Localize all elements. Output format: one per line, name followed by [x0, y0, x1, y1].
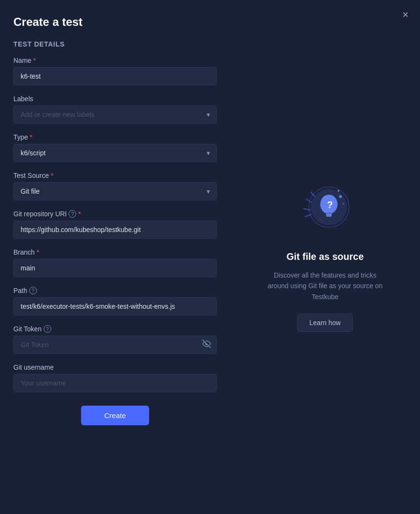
type-form-group: Type * k6/script ▾ — [13, 133, 217, 162]
svg-rect-8 — [326, 212, 332, 216]
name-label: Name * — [13, 57, 217, 64]
illustration-title: Git file as source — [286, 251, 363, 262]
form-footer: Create — [13, 406, 217, 425]
modal-overlay: Create a test Test details Name * Labels… — [0, 0, 420, 514]
branch-input[interactable] — [13, 259, 217, 277]
name-required-star: * — [33, 57, 35, 64]
labels-form-group: Labels Add or create new labels ▾ — [13, 95, 217, 124]
labels-select[interactable]: Add or create new labels — [13, 105, 217, 124]
illustration-description: Discover all the features and tricks aro… — [263, 270, 387, 302]
branch-form-group: Branch * — [13, 248, 217, 277]
create-button[interactable]: Create — [81, 406, 149, 425]
illustration-area: ? Git file as source Discover all the fe… — [263, 182, 387, 332]
modal: Create a test Test details Name * Labels… — [0, 0, 420, 514]
git-token-input-wrapper — [13, 336, 217, 354]
git-token-eye-icon[interactable] — [202, 339, 211, 350]
svg-point-13 — [342, 203, 344, 205]
git-token-form-group: Git Token ? — [13, 325, 217, 354]
svg-text:?: ? — [327, 199, 333, 210]
labels-label: Labels — [13, 95, 217, 103]
modal-left-panel: Create a test Test details Name * Labels… — [0, 0, 230, 514]
path-input[interactable] — [13, 297, 217, 315]
git-token-help-icon[interactable]: ? — [44, 325, 51, 333]
git-token-label: Git Token ? — [13, 325, 217, 333]
git-repo-uri-input[interactable] — [13, 221, 217, 239]
type-select-wrapper: k6/script ▾ — [13, 144, 217, 162]
branch-required-star: * — [36, 248, 39, 256]
test-source-select-wrapper: Git file ▾ — [13, 182, 217, 200]
section-title-test-details: Test details — [13, 40, 217, 48]
modal-title: Create a test — [13, 15, 217, 29]
test-source-select[interactable]: Git file — [13, 182, 217, 200]
svg-point-14 — [338, 190, 339, 192]
path-label: Path ? — [13, 287, 217, 294]
git-repo-uri-form-group: Git repository URI ? * — [13, 210, 217, 239]
test-source-required-star: * — [51, 172, 53, 179]
svg-point-12 — [339, 195, 342, 198]
learn-how-button[interactable]: Learn how — [297, 314, 352, 332]
close-button[interactable]: × — [402, 10, 408, 20]
test-source-label: Test Source * — [13, 172, 217, 179]
labels-select-wrapper: Add or create new labels ▾ — [13, 105, 217, 124]
name-input[interactable] — [13, 67, 217, 85]
lightbulb-illustration: ? — [296, 182, 354, 240]
git-repo-uri-help-icon[interactable]: ? — [69, 210, 76, 218]
git-username-label: Git username — [13, 363, 217, 371]
git-username-input[interactable] — [13, 374, 217, 392]
path-help-icon[interactable]: ? — [29, 287, 37, 294]
branch-label: Branch * — [13, 248, 217, 256]
type-label: Type * — [13, 133, 217, 141]
git-token-input[interactable] — [13, 336, 217, 354]
type-required-star: * — [30, 133, 32, 141]
git-repo-uri-required-star: * — [78, 210, 81, 218]
svg-line-1 — [303, 209, 311, 210]
modal-right-panel: ? Git file as source Discover all the fe… — [230, 0, 420, 514]
git-repo-uri-label: Git repository URI ? * — [13, 210, 217, 218]
type-select[interactable]: k6/script — [13, 144, 217, 162]
git-username-form-group: Git username — [13, 363, 217, 392]
test-source-form-group: Test Source * Git file ▾ — [13, 172, 217, 200]
path-form-group: Path ? — [13, 287, 217, 315]
name-form-group: Name * — [13, 57, 217, 85]
